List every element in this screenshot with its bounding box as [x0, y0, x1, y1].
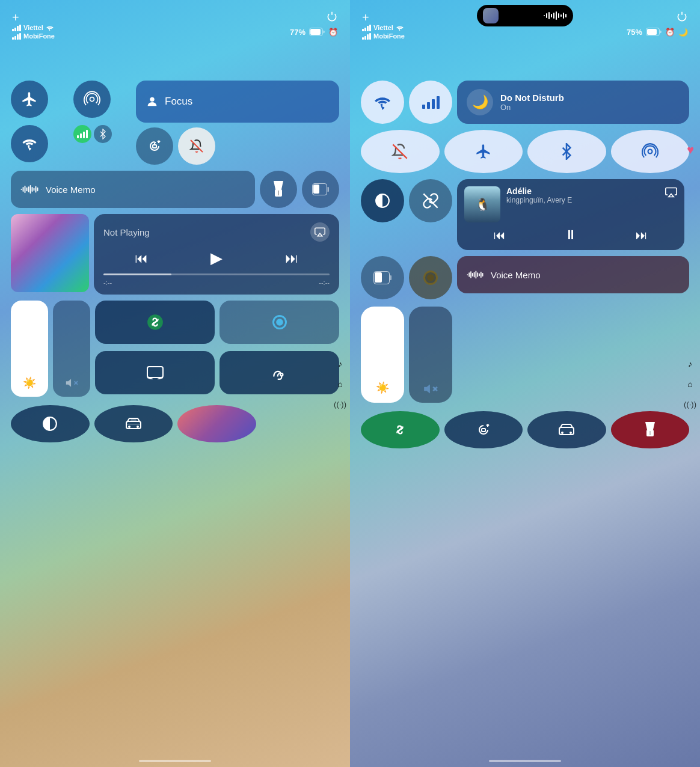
airplay-music-left[interactable]: [310, 222, 330, 242]
power-button[interactable]: [326, 11, 338, 23]
cellular-bars-right: [422, 96, 440, 109]
svg-point-33: [280, 373, 283, 376]
dnd-moon-icon: 🌙: [472, 94, 488, 110]
wifi-tile[interactable]: [11, 125, 48, 162]
carrier1-left: Viettel: [12, 24, 55, 31]
color-blob-btn[interactable]: [177, 405, 256, 442]
svg-rect-60: [375, 272, 382, 283]
cellular-bars: [77, 130, 88, 138]
svg-point-2: [90, 97, 94, 102]
top-row-right: 🌙 Do Not Disturb On: [361, 81, 689, 124]
rotation-lock-icon: [147, 139, 162, 153]
moon-icon-right: 🌙: [678, 28, 688, 37]
controls-area-left: Focus: [0, 75, 350, 448]
carrier2-left: MobiFone: [12, 32, 55, 40]
cellular-btn-right[interactable]: [409, 81, 452, 124]
signal-bars-1: [12, 25, 21, 31]
power-button-right[interactable]: [676, 11, 688, 23]
wifi-btn-right[interactable]: [361, 81, 404, 124]
add-button[interactable]: +: [12, 11, 19, 25]
airdrop-tile[interactable]: [73, 81, 111, 118]
flashlight-tile-left[interactable]: [260, 171, 297, 208]
music-controls-left[interactable]: Not Playing ⏮ ▶ ⏭ -:-- --:--: [94, 214, 339, 295]
svg-point-78: [561, 432, 563, 434]
record-icon-right: [422, 269, 439, 286]
flashlight-btn-right[interactable]: [611, 411, 690, 448]
quick-tiles-left: [95, 301, 339, 397]
carrier1-name-right: Viettel: [373, 24, 393, 31]
svg-marker-23: [318, 233, 322, 236]
driving-btn-right[interactable]: [527, 411, 606, 448]
battery-percent-left: 77%: [290, 28, 305, 37]
signal-bars-3: [362, 25, 371, 31]
di-waveform: [543, 11, 567, 20]
dnd-text: Do Not Disturb On: [500, 93, 564, 112]
wifi-icon-right: [373, 94, 392, 110]
fastforward-btn-right[interactable]: ⏭: [636, 228, 648, 242]
record-btn-right[interactable]: [409, 256, 452, 299]
battery-percent-right: 75%: [627, 28, 642, 37]
brightness-slider-right[interactable]: ☀️: [361, 307, 404, 403]
dark-mode-btn-right[interactable]: [361, 179, 404, 222]
silent-btn-right[interactable]: [361, 130, 440, 173]
rewind-btn-left[interactable]: ⏮: [135, 251, 148, 266]
rotation-lock-btn-right[interactable]: [444, 411, 523, 448]
silent-bell-tile[interactable]: [178, 127, 215, 165]
bluetooth-tile[interactable]: [94, 125, 112, 143]
bluetooth-btn-right[interactable]: [527, 130, 606, 173]
mute-icon-right: [423, 382, 438, 396]
voice-memo-tile-left[interactable]: Voice Memo: [11, 171, 255, 208]
voice-memo-right[interactable]: Voice Memo: [457, 256, 689, 293]
play-btn-left[interactable]: ▶: [210, 249, 223, 267]
not-playing-label: Not Playing: [103, 227, 150, 237]
music-player-right[interactable]: 🐧 Adélie kingpinguïn, Avery E ⏮ ⏸ ⏭: [457, 179, 684, 250]
fastforward-btn-left[interactable]: ⏭: [285, 251, 298, 266]
record-icon-left: [271, 314, 288, 331]
shazam-btn-left[interactable]: [95, 301, 215, 344]
record-btn-left[interactable]: [220, 301, 339, 344]
airplane-mode-tile[interactable]: [11, 81, 48, 118]
chain-btn-right[interactable]: [409, 179, 452, 222]
carrier-info-right: Viettel MobiFone: [362, 24, 405, 40]
battery-tile-left[interactable]: [302, 171, 339, 208]
empty-slot: [261, 405, 340, 442]
dnd-subtitle: On: [500, 103, 564, 112]
home-indicator-right: [489, 760, 561, 762]
carrier2-name-right: MobiFone: [373, 32, 405, 40]
volume-slider[interactable]: [53, 301, 90, 397]
row3-right: 🐧 Adélie kingpinguïn, Avery E ⏮ ⏸ ⏭: [361, 179, 689, 250]
music-right-top: 🐧 Adélie kingpinguïn, Avery E: [464, 186, 677, 222]
driving-btn-left[interactable]: [94, 405, 173, 442]
waveform-icon-right: [467, 268, 484, 281]
dnd-tile[interactable]: 🌙 Do Not Disturb On: [457, 81, 689, 124]
rotation-lock-tile[interactable]: [136, 127, 173, 165]
bluetooth-icon-right: [560, 143, 573, 160]
airplane-btn-right[interactable]: [444, 130, 523, 173]
sliders-circles-row: ☀️: [11, 301, 339, 397]
cellular-tile[interactable]: [73, 125, 91, 143]
focus-tile[interactable]: Focus: [136, 81, 339, 123]
music-player-left: Not Playing ⏮ ▶ ⏭ -:-- --:--: [11, 214, 339, 295]
battery-btn-right[interactable]: [361, 256, 404, 299]
add-button-right[interactable]: +: [362, 11, 369, 25]
shazam-btn-right[interactable]: [361, 411, 440, 448]
volume-slider-right[interactable]: [409, 307, 452, 403]
svg-rect-1: [310, 29, 321, 35]
mirror-btn-left[interactable]: [95, 351, 215, 394]
rewind-btn-right[interactable]: ⏮: [494, 228, 506, 242]
cellular-bluetooth-group: [73, 125, 131, 165]
airdrop-btn-right[interactable]: [611, 130, 690, 173]
mute-icon-left: [65, 376, 78, 390]
progress-bar-left: [103, 273, 330, 275]
dark-mode-btn-left[interactable]: [11, 405, 90, 442]
airplay-right[interactable]: [665, 186, 677, 222]
dnd-title: Do Not Disturb: [500, 93, 564, 103]
pause-btn-right[interactable]: ⏸: [564, 227, 577, 243]
music-controls-row-left: ⏮ ▶ ⏭: [103, 249, 330, 267]
sun-icon-right: ☀️: [376, 381, 389, 394]
voice-row-left: Voice Memo: [11, 171, 339, 208]
carrier1-name-left: Viettel: [23, 24, 43, 31]
home-indicator-left: [139, 760, 211, 762]
hearing-btn-left[interactable]: [220, 351, 339, 394]
brightness-slider[interactable]: ☀️: [11, 301, 48, 397]
